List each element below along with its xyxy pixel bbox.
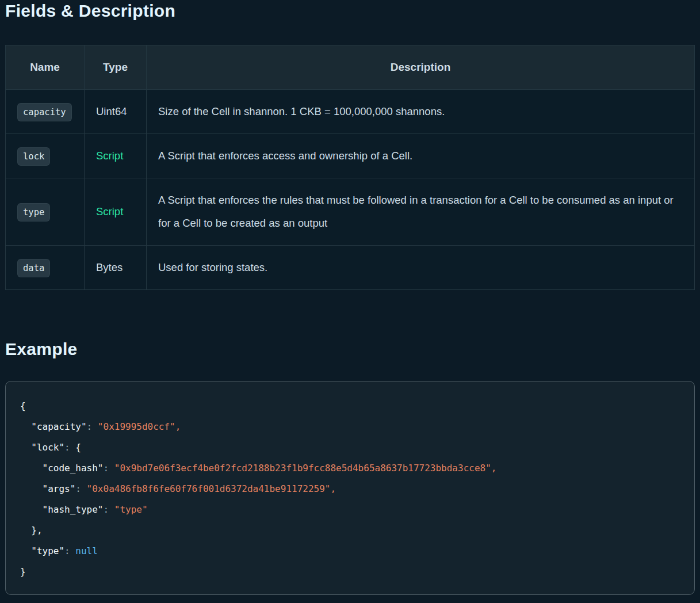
code-line: { bbox=[20, 396, 680, 417]
code-token-colon: : bbox=[64, 442, 75, 453]
code-token-punct bbox=[20, 483, 43, 494]
page: Fields & Description Name Type Descripti… bbox=[0, 0, 700, 603]
example-heading: Example bbox=[5, 338, 695, 360]
inline-code-field-name: type bbox=[17, 203, 50, 222]
code-line: "args": "0x0a486fb8f6fe60f76f001d6372da4… bbox=[20, 479, 680, 499]
type-cell: Script bbox=[85, 134, 147, 178]
description-cell: A Script that enforces the rules that mu… bbox=[147, 178, 695, 246]
fields-table-body: capacity Uint64 Size of the Cell in shan… bbox=[6, 90, 695, 290]
fields-description-heading: Fields & Description bbox=[5, 0, 695, 22]
description-cell: Size of the Cell in shannon. 1 CKB = 100… bbox=[147, 90, 695, 134]
inline-code-field-name: data bbox=[17, 259, 50, 277]
code-token-punct: { bbox=[20, 400, 26, 411]
type-cell: Uint64 bbox=[85, 90, 147, 134]
table-row: capacity Uint64 Size of the Cell in shan… bbox=[6, 90, 695, 134]
code-token-colon: : bbox=[104, 463, 114, 474]
code-token-punct bbox=[20, 504, 43, 515]
type-text: Uint64 bbox=[96, 105, 127, 117]
code-token-str: "0x19995d0ccf", bbox=[98, 421, 181, 432]
column-header-name: Name bbox=[6, 45, 85, 90]
type-link[interactable]: Script bbox=[96, 150, 123, 162]
type-link[interactable]: Script bbox=[96, 205, 123, 217]
fields-table-head: Name Type Description bbox=[6, 45, 695, 90]
code-token-null: null bbox=[75, 545, 98, 556]
code-line: "lock": { bbox=[20, 437, 680, 458]
code-line: }, bbox=[20, 520, 680, 541]
name-cell: type bbox=[6, 178, 85, 246]
column-header-type: Type bbox=[85, 45, 147, 90]
table-row: data Bytes Used for storing states. bbox=[6, 246, 695, 290]
table-row: lock Script A Script that enforces acces… bbox=[6, 134, 695, 178]
code-token-str: "0x0a486fb8f6fe60f76f001d6372da41be91172… bbox=[87, 483, 336, 494]
code-token-key: "capacity" bbox=[31, 421, 86, 432]
code-token-key: "lock" bbox=[31, 442, 64, 453]
header-row: Name Type Description bbox=[6, 45, 695, 90]
code-line: "type": null bbox=[20, 541, 680, 562]
inline-code-field-name: capacity bbox=[17, 103, 72, 121]
type-cell: Script bbox=[85, 178, 147, 246]
code-token-key: "type" bbox=[31, 545, 64, 556]
code-token-punct bbox=[20, 463, 43, 474]
column-header-description: Description bbox=[147, 45, 695, 90]
code-token-punct: { bbox=[75, 442, 81, 453]
type-cell: Bytes bbox=[85, 246, 147, 290]
code-token-punct bbox=[20, 442, 31, 453]
code-block: { "capacity": "0x19995d0ccf", "lock": { … bbox=[5, 381, 695, 595]
code-line: "code_hash": "0x9bd7e06f3ecf4be0f2fcd218… bbox=[20, 458, 680, 479]
code-token-str: "type" bbox=[114, 504, 148, 515]
table-row: type Script A Script that enforces the r… bbox=[6, 178, 695, 246]
description-cell: A Script that enforces access and owners… bbox=[147, 134, 695, 178]
code-line: "capacity": "0x19995d0ccf", bbox=[20, 417, 680, 437]
name-cell: capacity bbox=[6, 90, 85, 134]
name-cell: data bbox=[6, 246, 85, 290]
type-text: Bytes bbox=[96, 261, 123, 273]
code-token-colon: : bbox=[75, 483, 86, 494]
description-cell: Used for storing states. bbox=[147, 246, 695, 290]
code-token-str: "0x9bd7e06f3ecf4be0f2fcd2188b23f1b9fcc88… bbox=[114, 463, 497, 474]
code-token-colon: : bbox=[87, 421, 98, 432]
code-token-punct bbox=[20, 421, 31, 432]
code-token-key: "args" bbox=[43, 483, 76, 494]
code-line: } bbox=[20, 562, 680, 582]
code-token-key: "hash_type" bbox=[43, 504, 104, 515]
code-token-punct: } bbox=[20, 566, 26, 577]
code-token-colon: : bbox=[104, 504, 114, 515]
code-token-punct bbox=[20, 545, 31, 556]
code-token-colon: : bbox=[64, 545, 75, 556]
inline-code-field-name: lock bbox=[17, 147, 50, 166]
code-line: "hash_type": "type" bbox=[20, 499, 680, 520]
name-cell: lock bbox=[6, 134, 85, 178]
fields-table: Name Type Description capacity Uint64 Si… bbox=[5, 45, 695, 290]
code-token-punct: }, bbox=[20, 525, 43, 536]
code-token-key: "code_hash" bbox=[43, 463, 104, 474]
